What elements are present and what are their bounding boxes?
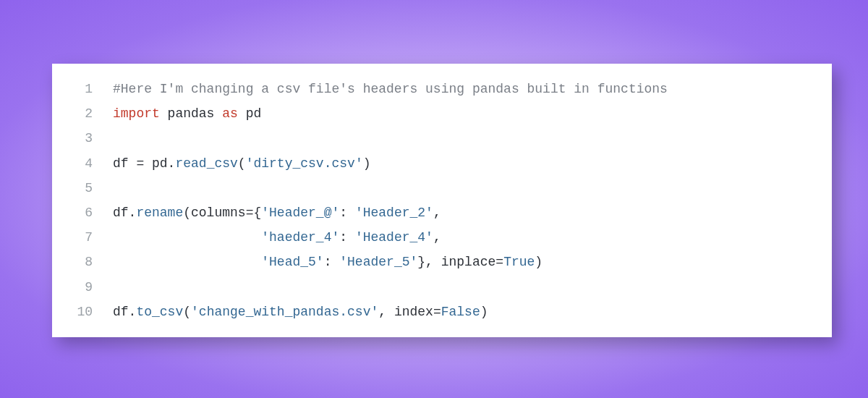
code-token: ) (480, 305, 488, 319)
code-line: 1#Here I'm changing a csv file's headers… (52, 77, 816, 101)
code-token: read_csv (175, 156, 237, 171)
line-number: 4 (52, 151, 113, 176)
line-number: 10 (52, 300, 113, 324)
code-token: ) (363, 156, 371, 171)
line-number: 7 (52, 225, 113, 250)
code-token: import (113, 106, 160, 121)
code-line: 2import pandas as pd (52, 101, 816, 126)
code-line: 9 (52, 275, 816, 300)
code-line: 7 'haeder_4': 'Header_4', (52, 225, 816, 250)
code-token: 'Header_@' (261, 206, 339, 220)
code-line: 5 (52, 176, 816, 200)
code-token: , index= (378, 305, 441, 319)
code-token: : (339, 230, 355, 245)
code-token: to_csv (136, 305, 183, 319)
code-token: #Here I'm changing a csv file's headers … (113, 82, 668, 96)
code-token: False (441, 305, 480, 319)
code-token: ( (183, 305, 191, 319)
code-line: 3 (52, 126, 816, 151)
code-content: 'haeder_4': 'Header_4', (113, 225, 816, 250)
code-content: #Here I'm changing a csv file's headers … (113, 77, 816, 101)
line-number: 2 (52, 101, 113, 126)
code-content: df = pd.read_csv('dirty_csv.csv') (113, 151, 816, 176)
line-number: 3 (52, 126, 113, 151)
code-token: rename (136, 206, 183, 220)
line-number: 5 (52, 176, 113, 200)
code-token: df. (113, 206, 136, 220)
code-token: True (503, 255, 535, 269)
code-token: 'Header_5' (339, 255, 417, 269)
code-content: import pandas as pd (113, 101, 816, 126)
code-token: pd (238, 106, 261, 121)
code-token (113, 230, 261, 245)
code-card: 1#Here I'm changing a csv file's headers… (52, 64, 832, 337)
code-token: 'dirty_csv.csv' (246, 156, 363, 171)
code-line: 6df.rename(columns={'Header_@': 'Header_… (52, 200, 816, 225)
code-token: : (324, 255, 340, 269)
code-token: df. (113, 305, 136, 319)
code-token (113, 255, 261, 269)
code-token: 'Header_2' (355, 206, 433, 220)
code-content: 'Head_5': 'Header_5'}, inplace=True) (113, 250, 816, 274)
code-token: }, inplace= (417, 255, 503, 269)
code-line: 10df.to_csv('change_with_pandas.csv', in… (52, 300, 816, 324)
code-token: pandas (160, 106, 222, 121)
code-line: 8 'Head_5': 'Header_5'}, inplace=True) (52, 250, 816, 274)
code-token: , (433, 230, 441, 245)
line-number: 1 (52, 77, 113, 101)
code-token: 'change_with_pandas.csv' (191, 305, 378, 319)
line-number: 9 (52, 275, 113, 300)
code-line: 4df = pd.read_csv('dirty_csv.csv') (52, 151, 816, 176)
code-token: as (222, 106, 238, 121)
code-token: ( (238, 156, 246, 171)
line-number: 8 (52, 250, 113, 274)
code-token: , (433, 206, 441, 220)
code-token: (columns={ (183, 206, 261, 220)
code-token: 'Header_4' (355, 230, 433, 245)
code-token: 'Head_5' (261, 255, 323, 269)
line-number: 6 (52, 200, 113, 225)
code-token: : (339, 206, 355, 220)
code-content: df.to_csv('change_with_pandas.csv', inde… (113, 300, 816, 324)
code-token: ) (535, 255, 542, 269)
code-token: df = pd. (113, 156, 175, 171)
gradient-background: 1#Here I'm changing a csv file's headers… (0, 0, 868, 398)
code-content: df.rename(columns={'Header_@': 'Header_2… (113, 200, 816, 225)
code-token: 'haeder_4' (261, 230, 339, 245)
